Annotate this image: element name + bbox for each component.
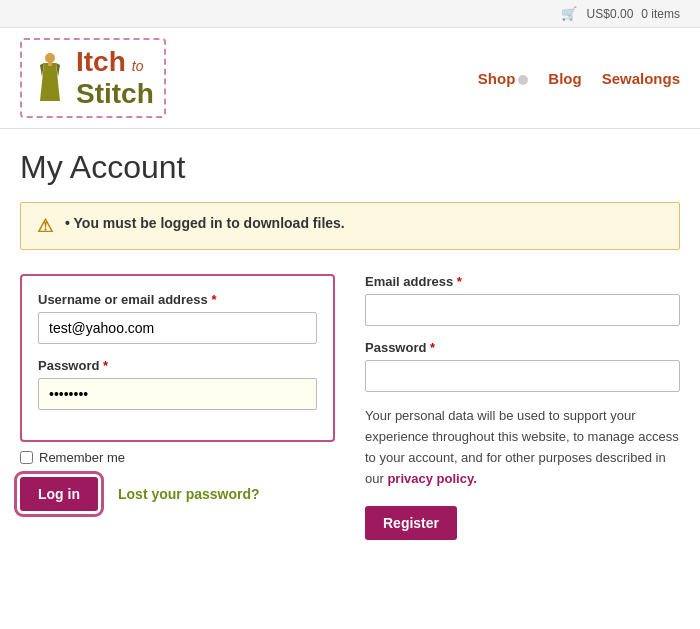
nav-sewalongs[interactable]: Sewalongs <box>602 70 680 87</box>
logo-itch: Itch <box>76 46 126 78</box>
login-box: Username or email address * Password * <box>20 274 335 442</box>
register-button[interactable]: Register <box>365 506 457 540</box>
logo-text: Itch to Stitch <box>76 46 154 110</box>
nav-shop[interactable]: Shop <box>478 70 529 87</box>
logo-dress-icon <box>32 53 68 103</box>
reg-password-field-group: Password * <box>365 340 680 392</box>
password-field-group: Password * <box>38 358 317 410</box>
username-required-star: * <box>211 292 216 307</box>
remember-row: Remember me <box>20 450 335 465</box>
page-title: My Account <box>20 149 680 186</box>
lost-password-link[interactable]: Lost your password? <box>118 486 260 502</box>
svg-point-0 <box>45 53 55 63</box>
logo-link[interactable]: Itch to Stitch <box>20 38 166 118</box>
main-content: My Account ⚠ • You must be logged in to … <box>0 129 700 569</box>
register-description: Your personal data will be used to suppo… <box>365 406 680 489</box>
cart-items: 0 items <box>641 7 680 21</box>
logo-stitch: Stitch <box>76 78 154 110</box>
username-field-group: Username or email address * <box>38 292 317 344</box>
email-required-star: * <box>457 274 462 289</box>
register-column: Email address * Password * Your personal… <box>365 274 680 539</box>
cart-total: US$0.00 <box>587 7 634 21</box>
header: Itch to Stitch Shop Blog Sewalongs <box>0 28 700 129</box>
username-input[interactable] <box>38 312 317 344</box>
alert-message: • You must be logged in to download file… <box>65 215 345 231</box>
main-nav: Shop Blog Sewalongs <box>478 70 680 87</box>
nav-blog[interactable]: Blog <box>548 70 581 87</box>
svg-rect-4 <box>48 62 52 66</box>
reg-password-required-star: * <box>430 340 435 355</box>
remember-me-checkbox[interactable] <box>20 451 33 464</box>
logo-to: to <box>132 58 144 74</box>
email-field-group: Email address * <box>365 274 680 326</box>
cart-icon: 🛒 <box>561 6 577 21</box>
remember-me-label: Remember me <box>39 450 125 465</box>
form-columns: Username or email address * Password * R… <box>20 274 680 539</box>
reg-password-input[interactable] <box>365 360 680 392</box>
warning-icon: ⚠ <box>37 215 53 237</box>
password-label: Password * <box>38 358 317 373</box>
privacy-policy-link[interactable]: privacy policy. <box>387 471 476 486</box>
shop-dot-icon <box>518 75 528 85</box>
username-label: Username or email address * <box>38 292 317 307</box>
login-button[interactable]: Log in <box>20 477 98 511</box>
email-input[interactable] <box>365 294 680 326</box>
email-label: Email address * <box>365 274 680 289</box>
top-bar: 🛒 US$0.00 0 items <box>0 0 700 28</box>
password-input[interactable] <box>38 378 317 410</box>
login-column: Username or email address * Password * R… <box>20 274 335 539</box>
password-required-star: * <box>103 358 108 373</box>
reg-password-label: Password * <box>365 340 680 355</box>
login-actions: Log in Lost your password? <box>20 477 335 511</box>
alert-box: ⚠ • You must be logged in to download fi… <box>20 202 680 250</box>
